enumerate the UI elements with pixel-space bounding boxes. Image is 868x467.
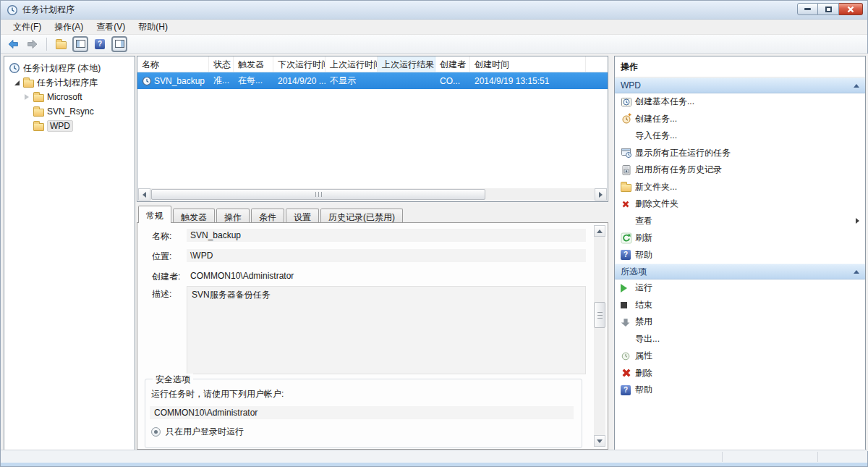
tree-item-label: 任务计划程序库 (37, 77, 98, 89)
action-pane-toggle-button[interactable] (111, 36, 127, 52)
tree-item-library[interactable]: 任务计划程序库 (4, 75, 135, 90)
tree-item-svn-rsync[interactable]: SVN_Rsync (4, 104, 135, 119)
action-properties[interactable]: 属性 (615, 348, 865, 365)
action-delete-folder[interactable]: 删除文件夹 (615, 195, 865, 213)
console-tree-icon (76, 40, 85, 48)
action-import-task[interactable]: 导入任务... (615, 127, 865, 145)
action-new-folder[interactable]: 新文件夹... (615, 179, 865, 196)
column-header-name[interactable]: 名称 (137, 56, 209, 72)
task-row-svn-backup[interactable]: SVN_backup 准... 在每... 2014/9/20 ... 不显示 … (137, 72, 608, 89)
collapse-icon[interactable] (854, 84, 859, 88)
action-enable-task-history[interactable]: 启用所有任务历史记录 (615, 161, 865, 179)
delete-icon (621, 199, 635, 209)
back-button[interactable] (5, 36, 21, 52)
action-item-label: 导出... (635, 333, 859, 345)
action-run[interactable]: 运行 (615, 279, 865, 297)
disable-icon (621, 317, 635, 327)
column-header-last-run[interactable]: 上次运行时间 (326, 56, 378, 72)
up-one-level-button[interactable] (53, 36, 69, 52)
column-header-author[interactable]: 创建者 (435, 56, 470, 72)
action-item-label: 禁用 (635, 316, 859, 328)
tree-item-root[interactable]: 任务计划程序 (本地) (4, 61, 135, 75)
tree-item-wpd[interactable]: WPD (4, 119, 135, 133)
action-create-task[interactable]: 创建任务... (615, 111, 865, 128)
action-item-label: 删除 (635, 367, 859, 379)
tab-actions[interactable]: 操作 (216, 209, 250, 223)
action-end[interactable]: 结束 (615, 297, 865, 314)
tab-triggers[interactable]: 触发器 (173, 209, 215, 223)
collapse-icon[interactable] (854, 270, 859, 274)
action-create-basic-task[interactable]: 创建基本任务... (615, 93, 865, 111)
create-task-icon (621, 113, 635, 125)
action-delete[interactable]: 删除 (615, 365, 865, 382)
task-clock-icon (142, 76, 152, 86)
menu-help[interactable]: 帮助(H) (132, 20, 174, 35)
action-item-label: 导入任务... (635, 130, 859, 142)
cell-created: 2014/9/19 13:15:51 (470, 76, 586, 86)
action-help[interactable]: ? 帮助 (615, 247, 865, 264)
column-header-created[interactable]: 创建时间 (470, 56, 586, 72)
action-view[interactable]: 查看 (615, 213, 865, 230)
tab-general[interactable]: 常规 (138, 206, 171, 223)
action-item-label: 帮助 (635, 384, 859, 396)
console-tree-toggle-button[interactable] (72, 36, 88, 52)
run-icon (621, 284, 635, 293)
folder-icon (33, 123, 44, 131)
scroll-down-button[interactable] (594, 435, 605, 447)
column-header-next-run[interactable]: 下次运行时间 (273, 56, 326, 72)
task-detail-pane: 常规 触发器 操作 条件 设置 历史记录(已禁用) 名称: SVN_backup… (137, 205, 608, 450)
maximize-button[interactable] (818, 3, 839, 15)
scrollbar-thumb[interactable] (151, 189, 485, 200)
help-icon: ? (621, 250, 631, 260)
column-header-trigger[interactable]: 触发器 (234, 56, 273, 72)
action-item-label: 启用所有任务历史记录 (635, 164, 859, 176)
scroll-left-button[interactable] (138, 188, 150, 201)
name-label: 名称: (152, 230, 171, 243)
scroll-right-button[interactable] (595, 188, 607, 201)
menu-view[interactable]: 查看(V) (90, 20, 132, 35)
close-button[interactable] (839, 3, 863, 15)
menu-file[interactable]: 文件(F) (7, 20, 48, 35)
general-tab-page: 名称: SVN_backup 位置: \WPD 创建者: COMMON10\Ad… (137, 222, 608, 450)
help-icon: ? (621, 385, 631, 395)
tree-item-microsoft[interactable]: Microsoft (4, 90, 135, 104)
statusbar-separator (722, 452, 723, 462)
expander-open-icon[interactable] (13, 80, 20, 85)
actions-pane-title: 操作 (615, 56, 865, 77)
location-field: \WPD (187, 249, 586, 262)
toolbar-help-button[interactable]: ? (92, 36, 108, 52)
horizontal-scrollbar[interactable] (138, 188, 607, 201)
forward-button[interactable] (25, 36, 41, 52)
tree-item-label: WPD (47, 120, 73, 132)
cell-name: SVN_backup (154, 76, 205, 86)
action-export[interactable]: 导出... (615, 331, 865, 348)
detail-tabs: 常规 触发器 操作 条件 设置 历史记录(已禁用) (137, 205, 608, 223)
action-refresh[interactable]: 刷新 (615, 230, 865, 247)
actions-section-wpd[interactable]: WPD (615, 77, 865, 93)
action-item-label: 刷新 (635, 232, 859, 244)
scroll-up-button[interactable] (594, 225, 605, 237)
folder-up-icon (56, 41, 67, 49)
title-bar: 任务计划程序 (1, 1, 867, 20)
menu-action[interactable]: 操作(A) (48, 20, 90, 35)
end-icon (621, 302, 635, 308)
tree-item-label: Microsoft (47, 92, 82, 102)
location-label: 位置: (152, 251, 171, 263)
column-header-last-result[interactable]: 上次运行结果 (378, 56, 435, 72)
column-header-status[interactable]: 状态 (209, 56, 234, 72)
statusbar-separator (817, 452, 818, 462)
tab-conditions[interactable]: 条件 (251, 209, 284, 223)
action-help-selected[interactable]: ? 帮助 (615, 382, 865, 399)
action-show-running-tasks[interactable]: 显示所有正在运行的任务 (615, 145, 865, 162)
actions-section-selected-item[interactable]: 所选项 (615, 264, 865, 279)
task-list-header: 名称 状态 触发器 下次运行时间 上次运行时间 上次运行结果 创建者 创建时间 (137, 56, 608, 72)
scrollbar-thumb[interactable] (594, 302, 605, 328)
author-field: COMMON10\Administrator (187, 269, 297, 282)
toolbar-separator (46, 38, 47, 51)
action-disable[interactable]: 禁用 (615, 314, 865, 331)
tab-history[interactable]: 历史记录(已禁用) (320, 209, 403, 223)
minimize-button[interactable] (797, 3, 818, 15)
tab-settings[interactable]: 设置 (286, 209, 319, 223)
vertical-scrollbar[interactable] (594, 225, 605, 447)
expander-closed-icon[interactable] (23, 94, 30, 100)
